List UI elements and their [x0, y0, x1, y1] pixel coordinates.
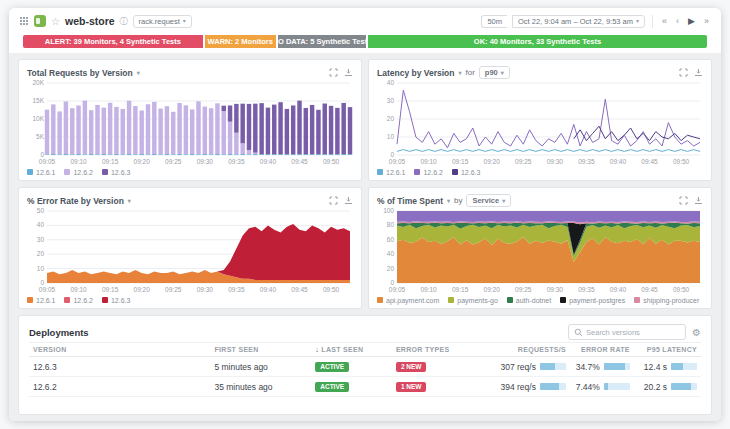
col-error-rate[interactable]: ERROR RATE [570, 343, 634, 357]
legend-item[interactable]: payment-postgres [560, 297, 625, 304]
col-requests[interactable]: REQUESTS/S [493, 343, 570, 357]
step-back-icon[interactable]: ‹ [674, 16, 681, 26]
col-version[interactable]: VERSION [29, 343, 210, 357]
expand-icon[interactable] [679, 68, 688, 77]
jump-back-icon[interactable]: « [660, 16, 669, 26]
chevron-down-icon[interactable]: ▾ [128, 198, 131, 204]
table-row[interactable]: 12.6.3 5 minutes ago ACTIVE 2 NEW 307 re… [29, 357, 701, 377]
export-icon[interactable] [694, 68, 703, 77]
p95-bar [671, 383, 697, 390]
col-error-types[interactable]: ERROR TYPES [392, 343, 493, 357]
favorite-star-icon[interactable]: ☆ [51, 16, 60, 27]
legend-item[interactable]: payments-go [448, 297, 497, 304]
svg-text:100: 100 [383, 208, 394, 214]
expand-icon[interactable] [679, 196, 688, 205]
chart-legend: 12.6.112.6.212.6.3 [377, 166, 703, 178]
time-spent-by-service-chart[interactable]: 02040608010009:0509:1009:1509:2009:2509:… [377, 208, 703, 294]
alert-segment-warn[interactable]: WARN: 2 Monitors [205, 35, 276, 48]
settings-gear-icon[interactable]: ⚙ [692, 327, 701, 338]
error-types-badge[interactable]: 1 NEW [396, 382, 427, 392]
svg-text:09:25: 09:25 [165, 286, 182, 293]
table-row[interactable]: 12.6.2 35 minutes ago ACTIVE 1 NEW 394 r… [29, 377, 701, 397]
chevron-down-icon: ▾ [501, 70, 504, 76]
status-badge: ACTIVE [315, 362, 349, 372]
chart-legend: 12.6.112.6.212.6.3 [27, 294, 353, 306]
svg-text:10: 10 [387, 133, 395, 140]
legend-item[interactable]: 12.6.3 [102, 297, 130, 304]
total-requests-chart[interactable]: 05K10K15K20K09:0509:1009:1509:2009:2509:… [27, 80, 353, 166]
legend-item[interactable]: 12.6.1 [27, 297, 55, 304]
metric-selector[interactable]: rack.request ▾ [133, 15, 192, 28]
time-spent-chart[interactable]: 02040608010009:0509:1009:1509:2009:2509:… [377, 208, 703, 294]
legend-item[interactable]: 12.6.1 [27, 169, 55, 176]
latency-by-version-chart[interactable]: 01020304009:0509:1009:1509:2009:2509:300… [377, 80, 703, 166]
divider [652, 15, 653, 28]
error-rate-bar [604, 363, 630, 370]
legend-item[interactable]: auth-dotnet [507, 297, 551, 304]
chevron-down-icon[interactable]: ▾ [447, 198, 450, 204]
chevron-down-icon[interactable]: ▾ [137, 70, 140, 76]
deployments-section: Deployments ⚙ VERSION FIRS [18, 315, 712, 415]
date-range-selector[interactable]: Oct 22, 9:04 am – Oct 22, 9:53 am ▾ [512, 15, 645, 28]
percentile-selector[interactable]: p90 ▾ [479, 66, 510, 79]
dashboard-window: ☆ web-store ⓘ rack.request ▾ 50m Oct 22,… [9, 8, 721, 421]
svg-text:09:35: 09:35 [578, 158, 595, 165]
alert-segment-alert[interactable]: ALERT: 39 Monitors, 4 Synthetic Tests [23, 35, 203, 48]
play-icon[interactable]: ▶ [686, 16, 697, 26]
legend-item[interactable]: 12.6.3 [102, 169, 130, 176]
legend-item[interactable]: 12.6.2 [64, 169, 92, 176]
alert-segment-nodata[interactable]: NO DATA: 5 Synthetic Tests [278, 35, 366, 48]
svg-text:30: 30 [37, 236, 45, 243]
svg-text:09:20: 09:20 [484, 286, 501, 293]
legend-item[interactable]: 12.6.1 [377, 169, 405, 176]
svg-text:40: 40 [37, 221, 45, 228]
error-types-badge[interactable]: 2 NEW [396, 362, 427, 372]
error-rate-by-version-chart[interactable]: 0102030405009:0509:1009:1509:2009:2509:3… [27, 208, 353, 294]
requests-bar [540, 383, 566, 390]
panel-latency: Latency by Version ▾ for p90 ▾ 010203040… [368, 59, 712, 181]
svg-text:50: 50 [37, 208, 45, 214]
group-by-selector[interactable]: Service ▾ [466, 194, 511, 207]
alert-segment-ok[interactable]: OK: 40 Monitors, 33 Synthetic Tests [368, 35, 707, 48]
time-range-preset[interactable]: 50m [481, 15, 507, 28]
svg-text:09:15: 09:15 [452, 286, 469, 293]
col-p95-latency[interactable]: P95 LATENCY [634, 343, 701, 357]
legend-item[interactable]: shipping-producer [634, 297, 699, 304]
export-icon[interactable] [694, 196, 703, 205]
svg-text:09:20: 09:20 [134, 158, 151, 165]
latency-chart[interactable]: 01020304009:0509:1009:1509:2009:2509:300… [377, 80, 703, 166]
expand-icon[interactable] [329, 68, 338, 77]
app-logo [34, 15, 46, 27]
col-first-seen[interactable]: FIRST SEEN [210, 343, 311, 357]
search-input[interactable] [586, 328, 676, 337]
export-icon[interactable] [344, 196, 353, 205]
jump-forward-icon[interactable]: » [702, 16, 711, 26]
svg-text:09:10: 09:10 [70, 158, 87, 165]
export-icon[interactable] [344, 68, 353, 77]
legend-item[interactable]: 12.6.2 [64, 297, 92, 304]
error-rate-bar [604, 383, 630, 390]
apps-grid-icon[interactable] [19, 16, 29, 26]
svg-text:20: 20 [387, 265, 395, 272]
panel-title: Total Requests by Version [27, 68, 133, 78]
expand-icon[interactable] [329, 196, 338, 205]
svg-text:09:10: 09:10 [420, 286, 437, 293]
search-box[interactable] [568, 324, 686, 340]
cell-version: 12.6.3 [29, 357, 210, 377]
svg-text:09:40: 09:40 [260, 158, 277, 165]
legend-item[interactable]: 12.6.3 [452, 169, 480, 176]
legend-item[interactable]: api.payment.com [377, 297, 439, 304]
error-rate-chart[interactable]: 0102030405009:0509:1009:1509:2009:2509:3… [27, 208, 353, 294]
deployments-title: Deployments [29, 327, 89, 338]
col-last-seen[interactable]: ↓ LAST SEEN [311, 343, 392, 357]
info-icon[interactable]: ⓘ [120, 16, 128, 27]
svg-text:20: 20 [37, 250, 45, 257]
legend-item[interactable]: 12.6.2 [414, 169, 442, 176]
svg-text:09:35: 09:35 [228, 158, 245, 165]
svg-text:09:10: 09:10 [70, 286, 87, 293]
svg-text:80: 80 [387, 221, 395, 228]
cell-requests: 394 req/s [500, 382, 535, 392]
chevron-down-icon[interactable]: ▾ [458, 70, 461, 76]
cell-error-rate: 7.44% [576, 382, 600, 392]
total-requests-by-version-chart[interactable]: 05K10K15K20K09:0509:1009:1509:2009:2509:… [27, 80, 353, 166]
